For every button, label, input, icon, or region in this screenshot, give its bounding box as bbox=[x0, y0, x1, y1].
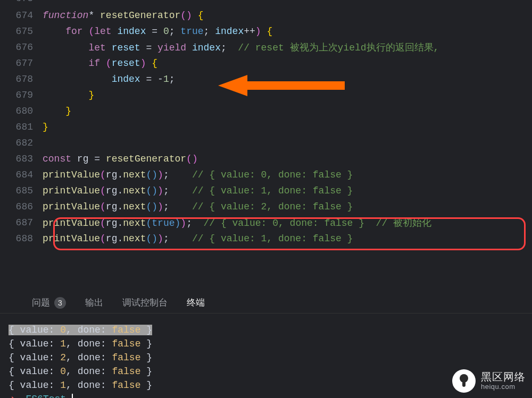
problems-count-badge: 3 bbox=[54, 297, 66, 309]
panel-tabs: 问题 3 输出 调试控制台 终端 bbox=[0, 292, 532, 314]
code-content[interactable]: function* resetGenerator() { bbox=[43, 10, 532, 21]
code-line[interactable]: 675 for (let index = 0; true; index++) { bbox=[0, 23, 532, 39]
code-line[interactable]: 674function* resetGenerator() { bbox=[0, 7, 532, 23]
terminal-line: { value: 2, done: false } bbox=[9, 351, 532, 365]
line-number: 681 bbox=[0, 122, 43, 132]
watermark-title: 黑区网络 bbox=[481, 371, 526, 383]
tab-terminal[interactable]: 终端 bbox=[187, 297, 205, 309]
line-number: 679 bbox=[0, 90, 43, 100]
code-line[interactable]: 685printValue(rg.next()); // { value: 1,… bbox=[0, 183, 532, 199]
tab-problems-label: 问题 bbox=[32, 297, 50, 309]
code-line[interactable]: 688printValue(rg.next()); // { value: 1,… bbox=[0, 231, 532, 247]
tab-output[interactable]: 输出 bbox=[85, 297, 103, 309]
code-content[interactable]: printValue(rg.next()); // { value: 1, do… bbox=[43, 233, 532, 244]
code-line[interactable]: 681} bbox=[0, 119, 532, 135]
code-editor[interactable]: 673674function* resetGenerator() {675 fo… bbox=[0, 0, 532, 287]
tab-debug-console[interactable]: 调试控制台 bbox=[122, 297, 168, 309]
line-number: 684 bbox=[0, 170, 43, 180]
code-line[interactable]: 677 if (reset) { bbox=[0, 55, 532, 71]
line-number: 678 bbox=[0, 74, 43, 84]
code-line[interactable]: 683const rg = resetGenerator() bbox=[0, 151, 532, 167]
line-number: 680 bbox=[0, 106, 43, 116]
terminal-prompt[interactable]: ➜ ES6Test bbox=[9, 392, 532, 398]
svg-rect-2 bbox=[462, 382, 466, 387]
code-content[interactable]: const rg = resetGenerator() bbox=[43, 154, 532, 164]
watermark: 黑区网络 heiqu.com bbox=[452, 369, 526, 393]
code-line[interactable]: 684printValue(rg.next()); // { value: 0,… bbox=[0, 167, 532, 183]
line-number: 685 bbox=[0, 185, 43, 196]
code-content[interactable]: printValue(rg.next()); // { value: 1, do… bbox=[43, 185, 532, 196]
code-line[interactable]: 680 } bbox=[0, 103, 532, 119]
line-number: 686 bbox=[0, 201, 43, 212]
tab-debug-console-label: 调试控制台 bbox=[122, 297, 168, 309]
tab-terminal-label: 终端 bbox=[187, 297, 205, 309]
watermark-logo-icon bbox=[452, 369, 476, 393]
code-line[interactable]: 673 bbox=[0, 0, 532, 7]
code-line[interactable]: 682 bbox=[0, 135, 532, 151]
code-content[interactable]: printValue(rg.next()); // { value: 2, do… bbox=[43, 201, 532, 212]
line-number: 683 bbox=[0, 154, 43, 164]
code-line[interactable]: 679 } bbox=[0, 87, 532, 103]
line-number: 674 bbox=[0, 10, 43, 21]
code-content[interactable]: let reset = yield index; // reset 被视为上次y… bbox=[43, 41, 532, 54]
code-line[interactable]: 676 let reset = yield index; // reset 被视… bbox=[0, 39, 532, 55]
tab-output-label: 输出 bbox=[85, 297, 103, 309]
line-number: 687 bbox=[0, 217, 43, 228]
code-content[interactable]: index = -1; bbox=[43, 74, 532, 84]
line-number: 673 bbox=[0, 0, 43, 4]
line-number: 682 bbox=[0, 138, 43, 148]
code-content[interactable]: } bbox=[43, 90, 532, 100]
line-number: 677 bbox=[0, 58, 43, 69]
line-number: 688 bbox=[0, 233, 43, 244]
line-number: 675 bbox=[0, 26, 43, 37]
code-line[interactable]: 687printValue(rg.next(true)); // { value… bbox=[0, 215, 532, 231]
line-number: 676 bbox=[0, 42, 43, 53]
svg-point-1 bbox=[460, 374, 468, 383]
terminal-line: { value: 0, done: false } bbox=[9, 323, 532, 337]
terminal-line: { value: 1, done: false } bbox=[9, 337, 532, 351]
code-line[interactable]: 686printValue(rg.next()); // { value: 2,… bbox=[0, 199, 532, 215]
code-content[interactable]: } bbox=[43, 106, 532, 116]
code-content[interactable]: printValue(rg.next()); // { value: 0, do… bbox=[43, 170, 532, 180]
code-content[interactable]: printValue(rg.next(true)); // { value: 0… bbox=[43, 216, 532, 229]
code-content[interactable]: } bbox=[43, 122, 532, 132]
tab-problems[interactable]: 问题 3 bbox=[32, 297, 66, 309]
code-content[interactable]: if (reset) { bbox=[43, 58, 532, 69]
code-content[interactable]: for (let index = 0; true; index++) { bbox=[43, 26, 532, 37]
code-line[interactable]: 678 index = -1; bbox=[0, 71, 532, 87]
watermark-subtitle: heiqu.com bbox=[481, 383, 515, 391]
